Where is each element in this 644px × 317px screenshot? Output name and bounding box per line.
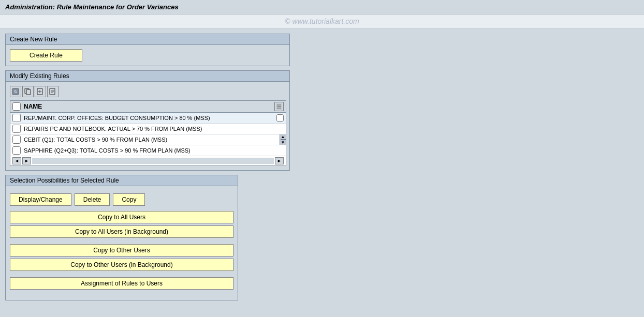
row-checkbox-4[interactable] — [12, 146, 21, 155]
col-name-header: NAME — [23, 103, 274, 110]
table-row[interactable]: SAPPHIRE (Q2+Q3): TOTAL COSTS > 90 % FRO… — [10, 145, 286, 156]
toolbar-btn-2[interactable] — [22, 86, 34, 97]
page-title: Administration: Rule Maintenance for Ord… — [5, 3, 179, 11]
create-new-rule-section: Create New Rule Create Rule — [5, 34, 290, 66]
create-new-rule-body: Create Rule — [6, 45, 289, 66]
delete-button[interactable]: Delete — [75, 193, 110, 206]
toolbar-btn-3[interactable] — [35, 86, 46, 97]
modify-existing-rules-section: Modify Existing Rules ↻ — [5, 70, 290, 171]
toolbar-btn-4[interactable] — [47, 86, 58, 97]
rules-table: NAME REP./MAINT. CORP. OFFICES: BUDGET C… — [10, 100, 286, 166]
toolbar: ↻ — [10, 86, 286, 97]
selection-inner: Display/Change Delete Copy Copy to All U… — [6, 186, 238, 300]
row-select-checkbox-1[interactable] — [276, 114, 284, 122]
watermark-bar: © www.tutorialkart.com — [0, 14, 644, 28]
scroll-down-btn[interactable]: ▼ — [281, 140, 285, 145]
selection-possibilities-section: Selection Possibilities for Selected Rul… — [5, 175, 238, 300]
create-rule-button[interactable]: Create Rule — [10, 49, 82, 62]
copy-other-users-button[interactable]: Copy to Other Users — [10, 244, 233, 256]
row-checkbox-3[interactable] — [12, 135, 21, 144]
scroll-right-btn[interactable]: ► — [22, 157, 31, 164]
row-text-4: SAPPHIRE (Q2+Q3): TOTAL COSTS > 90 % FRO… — [23, 147, 284, 154]
title-bar: Administration: Rule Maintenance for Ord… — [0, 0, 644, 14]
scroll-left-btn[interactable]: ◄ — [12, 157, 21, 164]
copy-button[interactable]: Copy — [113, 193, 145, 206]
horiz-scroll-track — [32, 158, 274, 164]
row-checkbox-1[interactable] — [12, 114, 21, 122]
svg-rect-3 — [26, 89, 31, 95]
assignment-of-rules-group: Assignment of Rules to Users — [10, 277, 233, 292]
header-checkbox[interactable] — [12, 102, 21, 111]
table-header-row: NAME — [10, 101, 286, 113]
assignment-of-rules-button[interactable]: Assignment of Rules to Users — [10, 277, 233, 290]
scroll-right-end-btn[interactable]: ► — [275, 157, 284, 164]
row-text-2: REPAIRS PC AND NOTEBOOK: ACTUAL > 70 % F… — [23, 126, 284, 132]
modify-section-body: ↻ NAME — [6, 82, 290, 170]
main-content: Create New Rule Create Rule Modify Exist… — [0, 28, 644, 306]
svg-text:↻: ↻ — [14, 89, 18, 94]
row-checkbox-2[interactable] — [12, 125, 21, 133]
table-row[interactable]: CEBIT (Q1): TOTAL COSTS > 90 % FROM PLAN… — [10, 134, 286, 145]
copy-all-users-group: Copy to All Users Copy to All Users (in … — [10, 211, 233, 240]
copy-other-users-bg-button[interactable]: Copy to Other Users (in Background) — [10, 259, 233, 271]
horizontal-scroll-bar: ◄ ► ► — [10, 156, 286, 165]
row-text-3: CEBIT (Q1): TOTAL COSTS > 90 % FROM PLAN… — [23, 137, 284, 143]
table-row[interactable]: REPAIRS PC AND NOTEBOOK: ACTUAL > 70 % F… — [10, 124, 286, 134]
selection-possibilities-header: Selection Possibilities for Selected Rul… — [6, 175, 238, 186]
copy-all-users-bg-button[interactable]: Copy to All Users (in Background) — [10, 225, 233, 238]
scroll-up-btn[interactable]: ▲ — [281, 134, 285, 139]
toolbar-btn-1[interactable]: ↻ — [10, 86, 21, 97]
copy-other-users-group: Copy to Other Users Copy to Other Users … — [10, 244, 233, 273]
action-buttons-row: Display/Change Delete Copy — [10, 193, 233, 206]
table-row[interactable]: REP./MAINT. CORP. OFFICES: BUDGET CONSUM… — [10, 113, 286, 124]
watermark-text: © www.tutorialkart.com — [285, 17, 359, 25]
display-change-button[interactable]: Display/Change — [10, 193, 71, 206]
vertical-scrollbar[interactable]: ▲ ▼ — [280, 134, 286, 145]
row-text-1: REP./MAINT. CORP. OFFICES: BUDGET CONSUM… — [23, 115, 276, 121]
create-new-rule-header: Create New Rule — [6, 34, 289, 45]
modify-existing-rules-header: Modify Existing Rules — [6, 71, 289, 82]
col-settings-icon[interactable] — [274, 102, 284, 111]
copy-all-users-button[interactable]: Copy to All Users — [10, 211, 233, 223]
